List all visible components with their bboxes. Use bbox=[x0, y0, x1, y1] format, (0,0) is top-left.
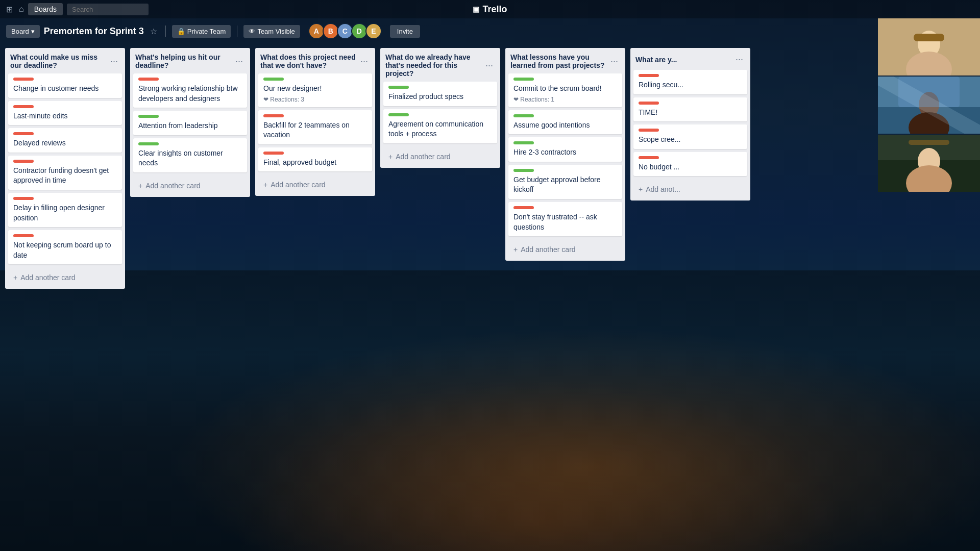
table-row[interactable]: Agreement on communication tools + proce… bbox=[383, 109, 497, 143]
trello-icon: ▣ bbox=[473, 5, 479, 13]
card-label-3-2 bbox=[263, 114, 284, 117]
card-label-6-3 bbox=[639, 129, 659, 132]
add-card-btn-3[interactable]: +Add another card bbox=[258, 177, 372, 193]
table-row[interactable]: Don't stay frustrated -- ask questions bbox=[508, 202, 622, 236]
board-header: Board ▾ Premortem for Sprint 3 ☆ 🔒 Priva… bbox=[0, 18, 980, 44]
add-card-btn-6[interactable]: +Add anot... bbox=[633, 181, 747, 197]
card-label-3-3 bbox=[263, 152, 284, 155]
table-row[interactable]: Hire 2-3 contractors bbox=[508, 137, 622, 162]
boards-button[interactable]: Boards bbox=[28, 3, 63, 15]
card-title-2-2: Attention from leadership bbox=[138, 121, 242, 131]
plus-icon: + bbox=[639, 185, 643, 193]
list-5: What lessons have you learned from past … bbox=[505, 48, 625, 261]
table-row[interactable]: Clear insights on customer needs bbox=[133, 138, 247, 172]
add-card-btn-1[interactable]: +Add another card bbox=[8, 269, 122, 286]
table-row[interactable]: Rolling secu... bbox=[633, 70, 747, 94]
card-title-3-2: Backfill for 2 teammates on vacation bbox=[263, 120, 367, 140]
invite-button[interactable]: Invite bbox=[390, 25, 420, 38]
table-row[interactable]: Delayed reviews bbox=[8, 128, 122, 153]
card-label-4-1 bbox=[388, 86, 409, 89]
card-title-1-3: Delayed reviews bbox=[13, 138, 117, 148]
list-title-5: What lessons have you learned from past … bbox=[510, 53, 608, 69]
table-row[interactable]: Our new designer!❤ Reactions: 3 bbox=[258, 73, 372, 107]
topbar: ⊞ ⌂ Boards ▣ Trello bbox=[0, 0, 980, 18]
list-menu-btn-1[interactable]: ··· bbox=[108, 55, 120, 68]
table-row[interactable]: Final, approved budget bbox=[258, 147, 372, 172]
list-4: What do we already have that's needed fo… bbox=[380, 48, 500, 168]
table-row[interactable]: Strong working relationship btw develope… bbox=[133, 73, 247, 108]
video-panel bbox=[878, 18, 980, 192]
add-card-label-2: Add another card bbox=[145, 182, 200, 190]
table-row[interactable]: Assume good intentions bbox=[508, 110, 622, 135]
list-title-1: What could make us miss our deadline? bbox=[10, 53, 108, 69]
table-row[interactable]: Contractor funding doesn't get approved … bbox=[8, 156, 122, 190]
table-row[interactable]: Commit to the scrum board!❤ Reactions: 1 bbox=[508, 73, 622, 107]
list-3: What does this project need that we don'… bbox=[255, 48, 375, 196]
list-menu-btn-5[interactable]: ··· bbox=[608, 55, 620, 68]
card-label-5-3 bbox=[513, 141, 534, 144]
card-label-1-1 bbox=[13, 78, 34, 81]
add-card-btn-5[interactable]: +Add another card bbox=[508, 241, 622, 258]
list-menu-btn-2[interactable]: ··· bbox=[233, 55, 245, 68]
list-header-1: What could make us miss our deadline?··· bbox=[5, 48, 125, 73]
video-tile-1 bbox=[878, 18, 980, 76]
card-title-6-1: Rolling secu... bbox=[639, 80, 742, 90]
table-row[interactable]: Change in customer needs bbox=[8, 73, 122, 98]
card-title-5-1: Commit to the scrum board! bbox=[513, 84, 617, 94]
board-content: What could make us miss our deadline?···… bbox=[0, 44, 980, 533]
avatar-5[interactable]: E bbox=[365, 23, 382, 39]
table-row[interactable]: Last-minute edits bbox=[8, 101, 122, 126]
video-tile-3 bbox=[878, 135, 980, 192]
table-row[interactable]: Attention from leadership bbox=[133, 111, 247, 135]
card-title-4-2: Agreement on communication tools + proce… bbox=[388, 119, 492, 139]
table-row[interactable]: TIME! bbox=[633, 97, 747, 122]
chevron-down-icon: ▾ bbox=[31, 28, 35, 35]
card-label-5-4 bbox=[513, 169, 534, 172]
table-row[interactable]: Not keeping scrum board up to date bbox=[8, 230, 122, 264]
board-members: A B C D E bbox=[304, 23, 382, 39]
visibility-label: Team Visible bbox=[257, 28, 295, 35]
table-row[interactable]: Delay in filling open designer position bbox=[8, 193, 122, 227]
card-title-1-2: Last-minute edits bbox=[13, 111, 117, 121]
table-row[interactable]: Get budget approval before kickoff bbox=[508, 165, 622, 199]
card-title-5-2: Assume good intentions bbox=[513, 120, 617, 131]
table-row[interactable]: No budget ... bbox=[633, 152, 747, 177]
star-icon[interactable]: ☆ bbox=[148, 24, 159, 38]
add-card-label-3: Add another card bbox=[271, 181, 325, 189]
list-menu-btn-3[interactable]: ··· bbox=[358, 55, 370, 68]
card-label-2-2 bbox=[138, 115, 159, 118]
card-title-3-1: Our new designer! bbox=[263, 84, 367, 94]
table-row[interactable]: Finalized product specs bbox=[383, 82, 497, 106]
card-title-6-2: TIME! bbox=[639, 108, 742, 118]
divider-2 bbox=[237, 26, 237, 37]
card-reaction-3-1: ❤ Reactions: 3 bbox=[263, 96, 367, 103]
table-row[interactable]: Scope cree... bbox=[633, 124, 747, 149]
search-input[interactable] bbox=[67, 4, 149, 15]
add-card-btn-2[interactable]: +Add another card bbox=[133, 178, 247, 194]
list-title-3: What does this project need that we don'… bbox=[260, 53, 358, 69]
grid-icon[interactable]: ⊞ bbox=[4, 3, 15, 16]
video-person-3 bbox=[878, 135, 980, 192]
board-menu-button[interactable]: Board ▾ bbox=[6, 25, 40, 38]
list-title-6: What are y... bbox=[635, 56, 733, 64]
card-title-1-1: Change in customer needs bbox=[13, 84, 117, 94]
privacy-button[interactable]: 🔒 Private Team bbox=[172, 25, 231, 38]
card-reaction-5-1: ❤ Reactions: 1 bbox=[513, 96, 617, 103]
logo-text: Trello bbox=[482, 4, 507, 15]
list-cards-2: Strong working relationship btw develope… bbox=[130, 73, 250, 176]
card-label-5-5 bbox=[513, 206, 534, 209]
card-title-5-5: Don't stay frustrated -- ask questions bbox=[513, 212, 617, 232]
list-menu-btn-6[interactable]: ··· bbox=[733, 53, 745, 66]
list-header-5: What lessons have you learned from past … bbox=[505, 48, 625, 73]
add-card-btn-4[interactable]: +Add another card bbox=[383, 148, 497, 165]
home-icon[interactable]: ⌂ bbox=[17, 3, 26, 16]
card-label-4-2 bbox=[388, 113, 409, 116]
list-menu-btn-4[interactable]: ··· bbox=[483, 59, 495, 72]
card-title-1-6: Not keeping scrum board up to date bbox=[13, 240, 117, 260]
list-cards-1: Change in customer needsLast-minute edit… bbox=[5, 73, 125, 267]
eye-icon: 👁 bbox=[249, 28, 255, 35]
visibility-button[interactable]: 👁 Team Visible bbox=[243, 25, 300, 38]
add-card-label-6: Add anot... bbox=[646, 185, 680, 193]
table-row[interactable]: Backfill for 2 teammates on vacation bbox=[258, 110, 372, 144]
card-title-6-3: Scope cree... bbox=[639, 135, 742, 145]
